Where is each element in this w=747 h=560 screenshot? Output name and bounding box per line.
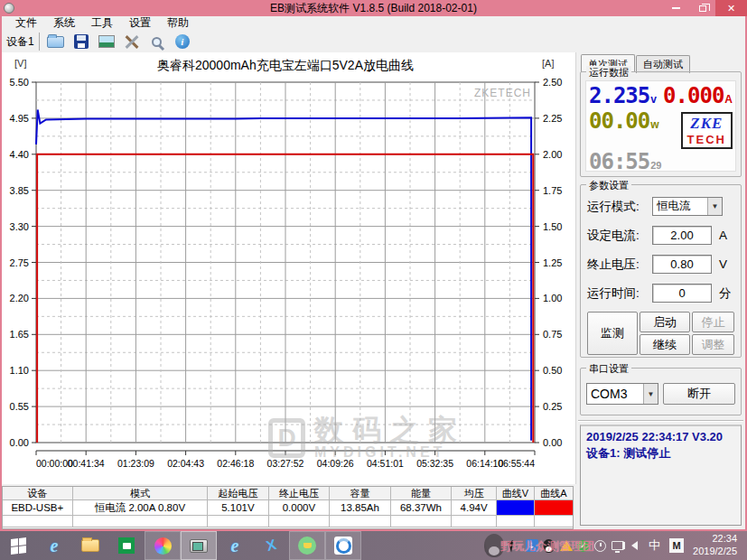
ie-icon: e [231,536,239,556]
stop-button[interactable]: 停止 [692,312,734,332]
zoom-button[interactable] [146,32,168,51]
menu-item-1[interactable]: 系统 [45,15,83,31]
app-window: EB测试系统软件 V1.8.5 (Build 2018-02-01) ✕ 文件系… [0,0,747,531]
menu-bar: 文件系统工具设置帮助 [2,16,745,30]
menu-item-3[interactable]: 设置 [121,15,159,31]
close-icon: ✕ [727,3,735,14]
menu-item-0[interactable]: 文件 [7,15,45,31]
cell[interactable] [497,500,535,516]
tools-button[interactable] [121,32,143,51]
close-button[interactable]: ✕ [715,0,747,16]
chevron-down-icon[interactable]: ▼ [643,384,658,404]
volume-icon[interactable] [627,538,642,554]
start-button[interactable]: 启动 [640,312,690,332]
table-row: EBD-USB+恒电流 2.00A 0.80V5.101V0.000V13.85… [3,500,573,516]
cell[interactable]: 5.101V [208,500,269,516]
svg-text:2.25: 2.25 [543,113,562,124]
status-timestamp: 2019/2/25 22:34:17 V3.20 [586,429,735,445]
cell [497,516,535,527]
thunder-icon: X [265,537,278,555]
cell[interactable]: 68.37Wh [391,500,453,516]
run-time-input[interactable]: 0 [652,284,712,303]
mydigit-en-text: MYDIGIT.NET [314,444,445,460]
svg-text:1.25: 1.25 [543,257,562,268]
continue-button[interactable]: 继续 [640,334,690,355]
open-file-button[interactable] [45,32,67,51]
minimize-button[interactable] [663,0,689,16]
com-port-value: COM3 [591,387,627,401]
set-current-unit: A [719,229,727,242]
clock-time: 22:34 [693,533,737,546]
taskbar-explorer[interactable] [72,531,108,560]
cell [452,516,497,527]
chart-title: 奥睿科20000mAh充电宝左端口5V2A放电曲线 [36,58,535,74]
teacup-icon [298,537,316,555]
svg-text:1.10: 1.10 [10,365,29,376]
taskbar-store[interactable] [108,531,145,560]
taskbar-pinwheel-app[interactable] [145,531,181,560]
status-log: 2019/2/25 22:34:17 V3.20 设备1: 测试停止 [580,425,742,526]
svg-text:4.95: 4.95 [10,113,29,124]
cell[interactable]: 0.000V [269,500,331,516]
status-message: 设备1: 测试停止 [586,445,735,462]
cell[interactable]: EBD-USB+ [3,500,73,516]
svg-text:1.65: 1.65 [10,329,29,340]
save-button[interactable] [70,32,92,51]
svg-text:0.50: 0.50 [543,365,562,376]
cell[interactable]: 13.85Ah [330,500,391,516]
left-axis-unit: [V] [14,58,26,69]
taskbar-clock[interactable]: 22:34 2019/2/25 [687,533,743,558]
cell[interactable] [535,500,573,516]
run-time-label: 运行时间: [587,285,652,302]
monitor-button[interactable]: 监测 [587,312,638,355]
col-header: 容量 [330,487,391,500]
taskbar-o-app[interactable] [325,531,361,560]
restore-button[interactable] [689,0,715,16]
serial-group: 串口设置 COM3 ▼ 断开 [580,368,742,415]
cutoff-voltage-label: 终止电压: [587,257,652,273]
cutoff-voltage-input[interactable]: 0.80 [652,255,712,274]
run-mode-value: 恒电流 [657,199,691,214]
window-title: EB测试系统软件 V1.8.5 (Build 2018-02-01) [0,1,747,16]
taskbar-eb-test-app[interactable] [181,531,217,560]
taskbar-teacup-app[interactable] [289,531,325,560]
tools-icon [124,34,140,49]
control-panel: 单次测试 自动测试 运行数据 2.235v 0.000A 00.00w ZKE … [575,52,745,484]
set-current-input[interactable]: 2.00 [652,226,712,245]
svg-text:01:23:09: 01:23:09 [117,458,154,469]
menu-item-2[interactable]: 工具 [83,15,121,31]
ie-icon: e [51,536,59,556]
about-button[interactable]: i [172,32,193,51]
chevron-down-icon[interactable]: ▼ [707,198,722,215]
store-icon [118,537,135,554]
clock-tray-icon[interactable] [593,538,608,554]
col-header: 曲线V [497,487,535,500]
menu-item-4[interactable]: 帮助 [159,15,197,31]
taskbar-ie2[interactable]: e [217,531,253,560]
disconnect-button[interactable]: 断开 [663,383,735,405]
m-badge-icon[interactable]: M [669,538,684,553]
device-tab-label[interactable]: 设备1 [6,34,34,50]
run-mode-select[interactable]: 恒电流 ▼ [652,197,723,216]
save-floppy-icon [74,34,89,49]
current-readout: 0.000 [663,83,724,108]
adjust-button[interactable]: 调整 [692,334,734,355]
svg-text:2.75: 2.75 [10,257,29,268]
mydigit-watermark: D 数码之家 MYDIGIT.NET [268,415,575,461]
svg-text:2.00: 2.00 [543,149,562,160]
run-time-unit: 分 [719,285,732,302]
com-port-select[interactable]: COM3 ▼ [586,383,658,405]
set-current-label: 设定电流: [587,228,652,244]
start-button[interactable] [0,531,36,560]
curve-a-swatch [535,500,573,515]
taskbar-thunder[interactable]: X [253,531,289,560]
export-image-button[interactable] [96,32,117,51]
zketech-logo: ZKE TECH [681,112,733,149]
taskbar-ie[interactable]: e [36,531,72,560]
cell[interactable]: 4.94V [452,500,497,516]
toolbar: 设备1 i [2,30,745,54]
tab-auto-test[interactable]: 自动测试 [636,55,690,73]
cell[interactable]: 恒电流 2.00A 0.80V [73,500,209,516]
ime-indicator[interactable]: 中 [643,537,666,554]
svg-text:3.85: 3.85 [10,185,29,196]
